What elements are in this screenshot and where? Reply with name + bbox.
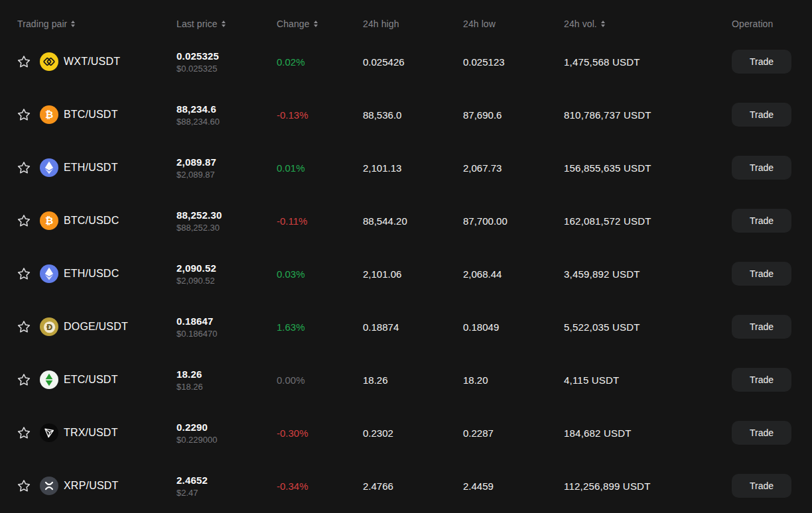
column-header-label: Last price	[176, 19, 218, 29]
column-header-trading-pair[interactable]: Trading pair	[17, 19, 176, 29]
table-row: ₿ BTC/USDT 88,234.6 $88,234.60 -0.13% 88…	[0, 88, 812, 141]
change-value: -0.13%	[277, 109, 363, 121]
column-header-label: Change	[277, 19, 310, 29]
favorite-star-icon[interactable]	[17, 426, 31, 439]
last-price-usd: $0.186470	[176, 329, 277, 339]
pair-label[interactable]: BTC/USDT	[64, 109, 118, 121]
last-price-usd: $2.47	[176, 488, 277, 498]
pair-label[interactable]: BTC/USDC	[64, 215, 119, 227]
column-header-24h-high: 24h high	[363, 19, 463, 29]
last-price: 88,234.6	[176, 103, 277, 115]
low-value: 2,068.44	[463, 268, 564, 280]
change-value: -0.30%	[277, 428, 363, 439]
svg-text:₿: ₿	[45, 109, 53, 121]
high-value: 0.18874	[363, 321, 463, 333]
last-price-usd: $88,252.30	[176, 223, 277, 233]
last-price-usd: $0.229000	[176, 435, 277, 445]
volume-value: 810,786,737 USDT	[564, 109, 732, 121]
trade-button[interactable]: Trade	[732, 209, 791, 233]
trade-button[interactable]: Trade	[732, 315, 791, 339]
trade-button[interactable]: Trade	[732, 474, 791, 498]
change-value: -0.11%	[277, 215, 363, 227]
column-header-last-price[interactable]: Last price	[176, 19, 277, 29]
pair-label[interactable]: ETH/USDC	[64, 268, 119, 280]
column-header-change[interactable]: Change	[277, 19, 363, 29]
last-price: 0.18647	[176, 315, 277, 327]
pair-label[interactable]: XRP/USDT	[64, 480, 119, 492]
trade-button[interactable]: Trade	[732, 103, 791, 127]
column-header-label: 24h vol.	[564, 19, 597, 29]
column-header-label: Trading pair	[17, 19, 67, 29]
last-price-usd: $18.26	[176, 382, 277, 392]
favorite-star-icon[interactable]	[17, 55, 31, 68]
trade-button[interactable]: Trade	[732, 368, 791, 392]
eth-coin-icon	[40, 158, 58, 177]
high-value: 0.025426	[363, 56, 463, 68]
change-value: 1.63%	[277, 321, 363, 333]
pair-label[interactable]: WXT/USDT	[64, 56, 120, 68]
sort-arrows-icon[interactable]	[222, 21, 226, 27]
favorite-star-icon[interactable]	[17, 267, 31, 280]
table-row: ETC/USDT 18.26 $18.26 0.00% 18.26 18.20 …	[0, 353, 812, 406]
trx-coin-icon	[40, 424, 58, 442]
trade-button[interactable]: Trade	[732, 262, 791, 286]
volume-value: 3,459,892 USDT	[564, 268, 732, 280]
eth-coin-icon	[40, 264, 58, 283]
svg-text:Ð: Ð	[46, 323, 53, 332]
table-row: TRX/USDT 0.2290 $0.229000 -0.30% 0.2302 …	[0, 406, 812, 459]
last-price: 18.26	[176, 369, 277, 380]
column-header-label: 24h low	[463, 19, 496, 29]
wxt-coin-icon	[40, 52, 58, 71]
sort-arrows-icon[interactable]	[71, 21, 75, 27]
change-value: -0.34%	[277, 481, 363, 492]
low-value: 87,700.00	[463, 215, 564, 227]
pair-label[interactable]: TRX/USDT	[64, 427, 118, 439]
etc-coin-icon	[40, 370, 58, 389]
favorite-star-icon[interactable]	[17, 108, 31, 121]
pair-label[interactable]: DOGE/USDT	[64, 321, 128, 333]
favorite-star-icon[interactable]	[17, 479, 31, 492]
pair-label[interactable]: ETC/USDT	[64, 374, 118, 386]
pair-label[interactable]: ETH/USDT	[64, 162, 118, 174]
last-price: 2,090.52	[176, 262, 277, 274]
volume-value: 162,081,572 USDT	[564, 215, 732, 227]
volume-value: 156,855,635 USDT	[564, 162, 732, 174]
trade-button[interactable]: Trade	[732, 421, 791, 445]
table-body: WXT/USDT 0.025325 $0.025325 0.02% 0.0254…	[0, 35, 812, 512]
change-value: 0.02%	[277, 56, 363, 68]
table-row: XRP/USDT 2.4652 $2.47 -0.34% 2.4766 2.44…	[0, 459, 812, 512]
volume-value: 4,115 USDT	[564, 374, 732, 386]
favorite-star-icon[interactable]	[17, 320, 31, 333]
low-value: 2.4459	[463, 481, 564, 492]
favorite-star-icon[interactable]	[17, 373, 31, 386]
btc-coin-icon: ₿	[40, 211, 58, 230]
last-price: 88,252.30	[176, 209, 277, 221]
table-row: ETH/USDC 2,090.52 $2,090.52 0.03% 2,101.…	[0, 247, 812, 300]
sort-arrows-icon[interactable]	[601, 21, 605, 27]
table-row: Ð DOGE/USDT 0.18647 $0.186470 1.63% 0.18…	[0, 300, 812, 353]
trade-button[interactable]: Trade	[732, 50, 791, 74]
table-header: Trading pairLast priceChange24h high24h …	[0, 0, 812, 35]
high-value: 2,101.13	[363, 162, 463, 174]
doge-coin-icon: Ð	[40, 317, 58, 336]
column-header-24h-low: 24h low	[463, 19, 564, 29]
change-value: 0.00%	[277, 374, 363, 386]
column-header-label: Operation	[732, 19, 773, 29]
high-value: 18.26	[363, 374, 463, 386]
change-value: 0.03%	[277, 268, 363, 280]
sort-arrows-icon[interactable]	[314, 21, 318, 27]
low-value: 0.2287	[463, 428, 564, 439]
last-price-usd: $2,090.52	[176, 276, 277, 286]
last-price: 0.025325	[176, 50, 277, 62]
svg-text:₿: ₿	[45, 215, 53, 227]
favorite-star-icon[interactable]	[17, 161, 31, 174]
trade-button[interactable]: Trade	[732, 156, 791, 180]
market-pairs-table: Trading pairLast priceChange24h high24h …	[0, 0, 812, 512]
column-header-24h-vol[interactable]: 24h vol.	[564, 19, 732, 29]
favorite-star-icon[interactable]	[17, 214, 31, 227]
change-value: 0.01%	[277, 162, 363, 174]
table-row: ₿ BTC/USDC 88,252.30 $88,252.30 -0.11% 8…	[0, 194, 812, 247]
high-value: 2,101.06	[363, 268, 463, 280]
low-value: 18.20	[463, 374, 564, 386]
column-header-operation: Operation	[732, 19, 795, 29]
